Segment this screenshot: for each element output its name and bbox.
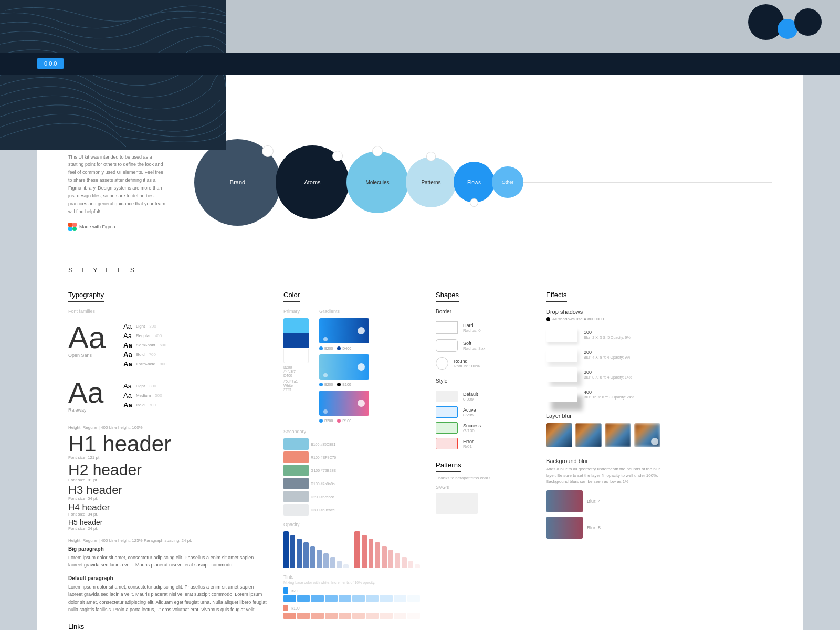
h5-meta: Font size: 24 pt.: [68, 526, 268, 531]
border-soft: Soft Radius: 8px: [436, 339, 530, 352]
svgs-label: SVG's: [436, 485, 530, 490]
secondary-swatches: B100 #85C8E1 R100 #EF8C76 G100 #72B28E: [284, 438, 420, 516]
h4-display: H4 header: [68, 503, 268, 512]
shapes-col: Shapes Border Hard Radius: 0: [436, 290, 530, 630]
styles-section: S T Y L E S Typography Font families Aa …: [68, 266, 772, 630]
bg-blur-4-preview: [546, 490, 583, 512]
swatch-white: [284, 349, 309, 363]
primary-colors-block: Primary B200 #4fc3f7 D400 #0d47a1 White …: [284, 309, 309, 423]
weight-extrabold: Aa Extra-bold 800: [123, 360, 268, 368]
raleway-aa: Aa Raleway: [68, 379, 116, 413]
blur-img-3: [634, 423, 660, 447]
h2-meta: Font size: 81 pt.: [68, 478, 268, 482]
made-with-figma: Made with Figma: [68, 223, 168, 231]
gradients-label: Gradients: [319, 309, 369, 314]
h1-display: H1 header: [68, 433, 268, 455]
open-sans-demo: Aa Open Sans: [68, 322, 116, 368]
circle-brand-dot: [262, 145, 274, 157]
bg-blur-8-preview: [546, 517, 583, 539]
typography-title: Typography: [68, 291, 104, 302]
style-success: Success G/100: [436, 422, 530, 434]
weight-bold: Aa Bold 700: [123, 351, 268, 359]
secondary-label: Secondary: [284, 429, 420, 434]
svg-rect-1: [72, 223, 77, 227]
circle-brand: Brand: [194, 139, 281, 226]
svg-point-3: [72, 227, 77, 231]
links-title: Links: [68, 623, 84, 630]
shadows-meta: All shadows use ● #000000: [546, 317, 662, 321]
gradient-1: [319, 318, 369, 343]
svg-placeholder: [436, 493, 478, 514]
raleway-big-aa: Aa: [68, 379, 116, 407]
bg-blur-4-row: Blur: 4: [546, 490, 662, 512]
hierarchy-description: This UI kit was intended to be used as a…: [68, 153, 168, 216]
blur-img-1: [575, 423, 602, 447]
circle-patterns: Patterns: [406, 157, 456, 207]
border-round: Round Radius: 100%: [436, 357, 530, 370]
navbar: 0.0.0: [0, 52, 840, 75]
effects-col: Effects Drop shadows All shadows use ● #…: [546, 290, 662, 630]
h3-meta: Font size: 54 pt.: [68, 496, 268, 501]
swatch-d400: [284, 333, 309, 348]
shadow-400: 400 Blur: 16 X: 8 Y: 8 Opacity: 24%: [546, 387, 662, 402]
swatch-b200: [284, 318, 309, 333]
bg-blur-8-label: Blur: 8: [587, 525, 601, 530]
blur-img-0: [546, 423, 572, 447]
effects-title: Effects: [546, 291, 567, 302]
default-paragraph-label: Default paragraph: [68, 575, 268, 581]
body-text-label: Big paragraph: [68, 546, 268, 552]
shadow-100: 100 Blur: 2 X: 5 S: 5 Opacity: 9%: [546, 328, 662, 342]
circles-diagram: Brand Atoms Molecules Patt: [194, 130, 772, 235]
style-active: Active 8/285: [436, 406, 530, 418]
circle-patterns-dot: [426, 152, 436, 161]
primary-label: Primary: [284, 309, 309, 314]
weight-light: Aa Light 300: [123, 322, 268, 330]
circle-flows: Flows: [454, 162, 495, 203]
border-label: Border: [436, 309, 530, 317]
bg-blur-4-label: Blur: 4: [587, 499, 601, 504]
shadow-300: 300 Blur: 8 X: 8 Y: 4 Opacity: 14%: [546, 368, 662, 382]
weight-regular: Aa Regular 400: [123, 332, 268, 340]
circle-molecules: Molecules: [346, 151, 408, 213]
default-paragraph-text: Lorem ipsum dolor sit amet, consectetur …: [68, 583, 268, 614]
tints-sublabel: Mixing base color with white. Increments…: [284, 581, 420, 584]
border-hard: Hard Radius: 0: [436, 321, 530, 334]
top-circle-dark-sm: [794, 8, 822, 36]
style-error: Error R/01: [436, 438, 530, 449]
font-families-label: Font families: [68, 309, 268, 314]
body-content: Lorem ipsum dolor sit amet, consectetur …: [68, 554, 268, 569]
tint-bars: B200: [284, 587, 420, 619]
style-default: Default 0.009: [436, 391, 530, 402]
circle-molecules-dot: [372, 146, 383, 156]
opacity-label: Opacity: [284, 522, 420, 527]
svg-rect-4: [68, 223, 72, 227]
primary-and-gradients: Primary B200 #4fc3f7 D400 #0d47a1 White …: [284, 309, 420, 423]
svg-rect-2: [68, 227, 72, 231]
typography-col: Typography Font families Aa Open Sans Aa…: [68, 290, 268, 630]
bg-blur-desc: Adds a blur to all geometry underneath t…: [546, 466, 662, 485]
tints-label: Tints: [284, 574, 420, 580]
patterns-title: Patterns: [436, 461, 461, 472]
body-meta: Height: Regular | 400 Line height: 125% …: [68, 538, 268, 543]
topo-lines-svg: [0, 0, 226, 150]
circle-flows-dot: [470, 198, 478, 207]
h2-display: H2 header: [68, 462, 268, 478]
version-badge[interactable]: 0.0.0: [37, 58, 64, 69]
styles-grid: Typography Font families Aa Open Sans Aa…: [68, 290, 772, 630]
color-title: Color: [284, 291, 300, 302]
made-with-text: Made with Figma: [79, 224, 116, 229]
style-heading: Style: [436, 378, 530, 386]
gradient-3: [319, 391, 369, 416]
open-sans-weights: Aa Light 300 Aa Regular 400 Aa: [123, 322, 268, 368]
open-sans-big-aa: Aa: [68, 322, 116, 353]
circle-atoms: Atoms: [276, 145, 349, 219]
gradients-block: Gradients B200: [319, 309, 369, 423]
color-col: Color Primary B200 #4fc3f7 D400 #0d47a1: [284, 290, 420, 630]
opacity-bars: [284, 531, 420, 568]
top-right-decoration: [748, 4, 822, 40]
drop-shadows-title: Drop shadows: [546, 309, 662, 315]
headers-meta: Height: Regular | 400 Line height: 100%: [68, 425, 268, 430]
raleway-demo: Aa Raleway Aa Light 300 Aa Medium: [68, 379, 268, 413]
circle-other: Other: [492, 166, 523, 198]
open-sans-name: Open Sans: [68, 353, 116, 358]
